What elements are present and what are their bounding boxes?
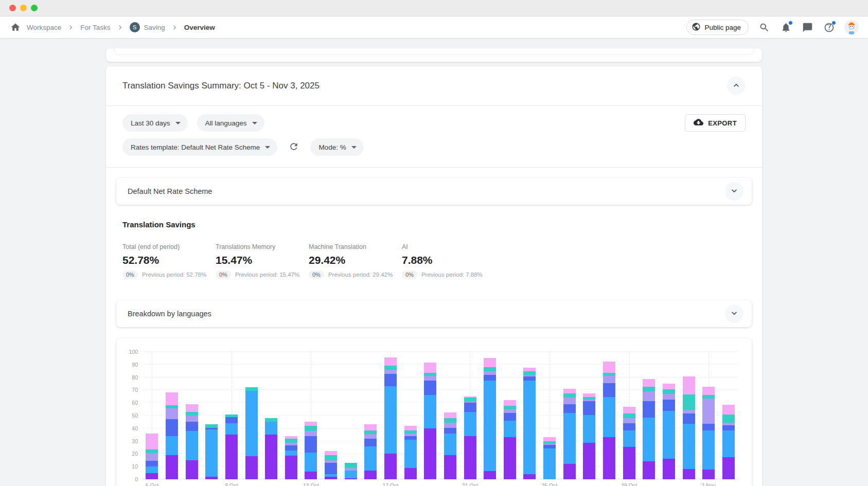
bar-segment[interactable] [285, 445, 297, 451]
bar-segment[interactable] [683, 424, 695, 469]
mode-dropdown[interactable]: Mode: % [310, 138, 363, 156]
bar-segment[interactable] [285, 451, 297, 456]
bar-segment[interactable] [683, 410, 695, 413]
bar-segment[interactable] [583, 415, 595, 443]
bar-segment[interactable] [563, 413, 576, 464]
breadcrumb-saving[interactable]: S Saving [130, 22, 165, 32]
bar-segment[interactable] [166, 392, 178, 405]
bar-segment[interactable] [166, 455, 178, 479]
bar-segment[interactable] [384, 374, 397, 386]
bar-segment[interactable] [444, 423, 456, 428]
bar-segment[interactable] [186, 404, 198, 412]
bar-segment[interactable] [404, 426, 417, 430]
bar-segment[interactable] [424, 395, 436, 428]
bar-segment[interactable] [563, 404, 576, 413]
expand-breakdown-button[interactable] [725, 304, 743, 323]
bar-segment[interactable] [384, 366, 397, 369]
bar-segment[interactable] [424, 381, 436, 395]
bar-segment[interactable] [364, 430, 377, 434]
bar-segment[interactable] [186, 460, 198, 479]
bar-segment[interactable] [583, 393, 595, 397]
chart-bar[interactable] [166, 392, 178, 479]
bar-segment[interactable] [583, 443, 595, 479]
bar-segment[interactable] [623, 430, 635, 447]
chart-bar[interactable] [186, 404, 198, 479]
bar-segment[interactable] [146, 453, 158, 461]
bar-segment[interactable] [603, 437, 615, 479]
collapse-card-button[interactable] [727, 77, 746, 95]
user-avatar[interactable] [844, 20, 859, 34]
notifications-bell-icon[interactable] [780, 21, 792, 33]
bar-segment[interactable] [623, 413, 635, 418]
bar-segment[interactable] [265, 435, 277, 479]
bar-segment[interactable] [364, 434, 377, 439]
bar-segment[interactable] [364, 439, 377, 446]
bar-segment[interactable] [364, 424, 377, 430]
bar-segment[interactable] [663, 384, 675, 389]
bar-segment[interactable] [186, 416, 198, 422]
bar-segment[interactable] [643, 418, 655, 462]
bar-segment[interactable] [384, 370, 397, 374]
chart-bar[interactable] [563, 389, 576, 479]
chart-bar[interactable] [325, 451, 337, 479]
bar-segment[interactable] [623, 418, 635, 423]
bar-segment[interactable] [484, 471, 496, 479]
expand-rate-scheme-button[interactable] [725, 182, 743, 201]
bar-segment[interactable] [683, 394, 695, 410]
bar-segment[interactable] [663, 394, 675, 400]
bar-segment[interactable] [424, 428, 436, 479]
bar-segment[interactable] [325, 451, 337, 455]
bar-segment[interactable] [643, 379, 655, 387]
bar-segment[interactable] [444, 434, 456, 455]
bar-segment[interactable] [265, 418, 277, 422]
bar-segment[interactable] [464, 436, 476, 479]
search-icon[interactable] [758, 21, 770, 33]
bar-segment[interactable] [643, 461, 655, 479]
bar-segment[interactable] [305, 472, 317, 479]
bar-segment[interactable] [424, 376, 436, 381]
bar-segment[interactable] [583, 401, 595, 415]
bar-segment[interactable] [643, 387, 655, 391]
home-icon[interactable] [9, 21, 22, 33]
bar-segment[interactable] [523, 474, 536, 479]
chart-bar[interactable] [305, 422, 317, 479]
bar-segment[interactable] [702, 387, 715, 395]
bar-segment[interactable] [205, 477, 218, 479]
chart-bar[interactable] [225, 415, 238, 479]
chart-bar[interactable] [543, 437, 556, 479]
bar-segment[interactable] [245, 391, 258, 457]
languages-dropdown[interactable]: All languages [197, 114, 264, 132]
bar-segment[interactable] [305, 436, 317, 453]
chart-bar[interactable] [464, 397, 476, 479]
chart-bar[interactable] [643, 379, 655, 479]
bar-segment[interactable] [663, 411, 675, 459]
bar-segment[interactable] [484, 381, 496, 471]
chart-bar[interactable] [364, 424, 377, 479]
bar-segment[interactable] [146, 461, 158, 466]
bar-segment[interactable] [504, 437, 516, 479]
bar-segment[interactable] [464, 398, 476, 401]
refresh-button[interactable] [287, 140, 301, 154]
bar-segment[interactable] [325, 477, 337, 479]
bar-segment[interactable] [305, 453, 317, 472]
bar-segment[interactable] [722, 405, 735, 415]
chart-bar[interactable] [504, 400, 516, 479]
minimize-window-button[interactable] [20, 5, 27, 11]
chart-bar[interactable] [265, 418, 277, 479]
chart-bar[interactable] [444, 412, 456, 479]
bar-segment[interactable] [523, 368, 536, 371]
bar-segment[interactable] [404, 436, 417, 440]
bar-segment[interactable] [603, 383, 615, 397]
chart-bar[interactable] [384, 357, 397, 479]
bar-segment[interactable] [444, 428, 456, 434]
zoom-window-button[interactable] [31, 5, 38, 11]
bar-segment[interactable] [186, 431, 198, 460]
bar-segment[interactable] [146, 449, 158, 453]
breadcrumb-for-tasks[interactable]: For Tasks [80, 24, 110, 31]
bar-segment[interactable] [404, 468, 417, 479]
chart-bar[interactable] [663, 384, 675, 479]
breadcrumb-workspace[interactable]: Workspace [27, 24, 61, 31]
bar-segment[interactable] [484, 358, 496, 367]
bar-segment[interactable] [444, 455, 456, 479]
bar-segment[interactable] [603, 376, 615, 383]
